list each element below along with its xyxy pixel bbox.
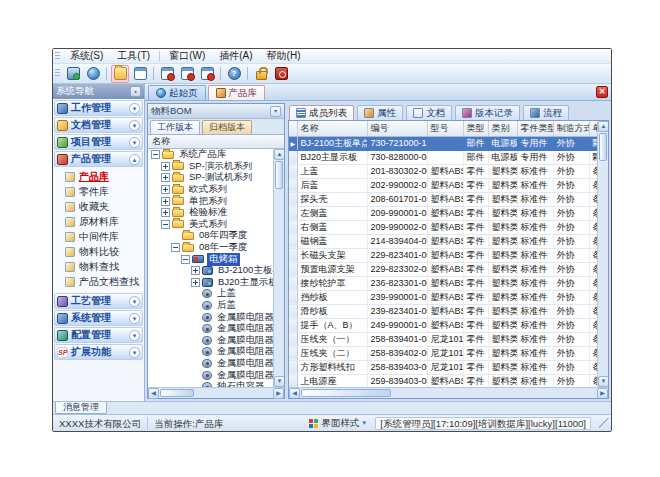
bom-panel-pin-button[interactable]: ▾ [270, 106, 281, 117]
menu-item-0[interactable]: 系统(S) [63, 49, 110, 63]
table-row[interactable]: 滑纱板239-823401-00X塑料ABS零件塑料类标准件外协条 [289, 304, 597, 318]
column-header-编号[interactable]: 编号 [367, 121, 427, 136]
tree-horizontal-scrollbar[interactable]: ◀ ▶ [148, 387, 284, 398]
table-vscroll-thumb[interactable] [599, 133, 607, 161]
table-row[interactable]: 压线夹（一）258-839401-00X尼龙1010零件塑料类标准件外协条 [289, 332, 597, 346]
collapse-icon[interactable] [181, 255, 190, 264]
column-header-类型[interactable]: 类型 [463, 121, 488, 136]
scroll-left-icon[interactable]: ◀ [148, 388, 159, 399]
table-row[interactable]: 方形塑料线扣258-839403-00X尼龙1010零件塑料类标准件外协条 [289, 360, 597, 374]
tree-node-1[interactable]: SP-演示机系列 [148, 161, 284, 173]
column-header-名称[interactable]: 名称 [297, 121, 367, 136]
sidebar-group-5[interactable]: 系统管理▾ [54, 310, 143, 326]
table-row[interactable]: 预置电源支架229-823302-00X塑料ABS零件塑料类标准件外协条 [289, 262, 597, 276]
tab-流程[interactable]: 流程 [523, 105, 569, 120]
sidebar-group-1[interactable]: 文档管理▾ [54, 117, 143, 133]
table-row[interactable]: 上电源座259-839403-00X塑料ABS零件塑料类标准件外协条 [289, 374, 597, 387]
collapse-icon[interactable] [171, 243, 180, 252]
tree-node-20[interactable]: 独石电容器 [148, 381, 284, 387]
column-header-类别[interactable]: 类别 [488, 121, 517, 136]
version-tab-工作版本[interactable]: 工作版本 [150, 120, 200, 134]
collapse-icon[interactable] [161, 220, 170, 229]
table-row[interactable]: 长磁头支架229-823401-00X塑料ABS零件塑料类标准件外协条 [289, 248, 597, 262]
column-header-型号[interactable]: 型号 [427, 121, 463, 136]
sidebar-group-4[interactable]: 工艺管理▾ [54, 293, 143, 309]
tree-column-header[interactable]: 名称 [148, 135, 284, 149]
tree-node-12[interactable]: 上盖 [148, 288, 284, 300]
tree-node-6[interactable]: 美式系列 [148, 219, 284, 231]
scroll-up-icon[interactable]: ▲ [598, 121, 609, 132]
chevron-down-icon[interactable]: ▾ [129, 296, 140, 307]
sidebar-item-中间件库[interactable]: 中间件库 [53, 229, 144, 244]
version-tab-归档版本[interactable]: 归档版本 [202, 120, 252, 134]
expand-icon[interactable] [191, 266, 200, 275]
scroll-down-icon[interactable]: ▼ [274, 376, 284, 387]
table-row[interactable]: ▶BJ-2100主板单点730-721000-12X部件电源板专用件外协颗 [289, 136, 597, 150]
tree-node-2[interactable]: SP-测试机系列 [148, 172, 284, 184]
tree-node-3[interactable]: 欧式系列 [148, 184, 284, 196]
chevron-up-icon[interactable]: ▴ [129, 154, 140, 165]
chevron-down-icon[interactable]: ▾ [129, 347, 140, 358]
window-list-button[interactable] [131, 65, 149, 83]
tab-属性[interactable]: 属性 [357, 105, 403, 120]
column-header-制造方式[interactable]: 制造方式 [553, 121, 589, 136]
sidebar-item-物料查找[interactable]: 物料查找 [53, 259, 144, 274]
sidebar-item-收藏夹[interactable]: 收藏夹 [53, 199, 144, 214]
close-all-button[interactable] [178, 65, 196, 83]
scroll-down-icon[interactable]: ▼ [598, 376, 609, 387]
table-row[interactable]: 右侧盖209-990002-01X塑料ABS零件塑料类标准件外协条 [289, 220, 597, 234]
close-other-button[interactable] [198, 65, 216, 83]
table-horizontal-scrollbar[interactable]: ◀ ▶ [289, 387, 608, 398]
tree-node-14[interactable]: 金属膜电阻器 [148, 311, 284, 323]
menu-item-1[interactable]: 工具(T) [110, 49, 157, 63]
sidebar-item-原材料库[interactable]: 原材料库 [53, 214, 144, 229]
tree-node-13[interactable]: 后盖 [148, 300, 284, 312]
chevron-down-icon[interactable]: ▾ [129, 313, 140, 324]
expand-icon[interactable] [161, 208, 170, 217]
interface-style-button[interactable]: 界面样式 ▼ [305, 417, 371, 430]
tree-node-16[interactable]: 金属膜电阻器 [148, 335, 284, 347]
table-row[interactable]: 后盖202-990002-01X塑料ABS零件塑料类标准件外协条 [289, 178, 597, 192]
lock-button[interactable] [252, 65, 270, 83]
table-row[interactable]: 挡纱板239-990001-01X塑料ABS零件塑料类标准件外协条 [289, 290, 597, 304]
scroll-right-icon[interactable]: ▶ [597, 388, 608, 399]
table-vertical-scrollbar[interactable]: ▲ ▼ [597, 121, 608, 387]
tree-vertical-scrollbar[interactable]: ▲ ▼ [273, 149, 284, 387]
scroll-up-icon[interactable]: ▲ [274, 149, 284, 160]
column-header-单位[interactable]: 单位 [589, 121, 597, 136]
system-button[interactable] [64, 65, 82, 83]
sidebar-group-3[interactable]: 产品管理▴ [54, 151, 143, 167]
tree-node-9[interactable]: 电烤箱 [148, 253, 284, 265]
open-library-button[interactable] [111, 65, 129, 83]
scroll-right-icon[interactable]: ▶ [273, 388, 284, 399]
close-doc-button[interactable] [158, 65, 176, 83]
doc-tab-起始页[interactable]: 起始页 [148, 85, 206, 100]
exit-button[interactable] [272, 65, 290, 83]
table-row[interactable]: 压线夹（二）258-839402-00X尼龙1010零件塑料类标准件外协条 [289, 346, 597, 360]
table-row[interactable]: BJ20主显示板730-828000-04X部件电源板专用件外协颗 [289, 150, 597, 164]
tree-node-18[interactable]: 金属膜电阻器 [148, 358, 284, 370]
expand-icon[interactable] [161, 185, 170, 194]
globe-button[interactable] [84, 65, 102, 83]
expand-icon[interactable] [161, 173, 170, 182]
tree-node-10[interactable]: BJ-2100主板单点 [148, 265, 284, 277]
sidebar-group-0[interactable]: 工作管理▾ [54, 100, 143, 116]
sidebar-group-6[interactable]: 配置管理▾ [54, 327, 143, 343]
tree-vscroll-thumb[interactable] [275, 161, 283, 189]
tree-hscroll-thumb[interactable] [160, 389, 194, 397]
doc-tab-产品库[interactable]: 产品库 [208, 85, 266, 100]
column-header-零件类型[interactable]: 零件类型 [517, 121, 553, 136]
menu-item-3[interactable]: 插件(A) [212, 49, 259, 63]
tree-node-5[interactable]: 检验标准 [148, 207, 284, 219]
table-row[interactable]: 提手（A、B）249-990001-01X塑料ABS零件塑料类标准件外协条 [289, 318, 597, 332]
chevron-down-icon[interactable]: ▾ [129, 120, 140, 131]
tab-成员列表[interactable]: 成员列表 [289, 105, 354, 120]
tree-node-17[interactable]: 金属膜电阻器 [148, 346, 284, 358]
menu-item-2[interactable]: 窗口(W) [162, 49, 212, 63]
sidebar-item-物料比较[interactable]: 物料比较 [53, 244, 144, 259]
tab-版本记录[interactable]: 版本记录 [455, 105, 520, 120]
resize-grip[interactable] [599, 418, 609, 428]
table-hscroll-thumb[interactable] [301, 389, 391, 397]
sidebar-item-产品文档查找[interactable]: 产品文档查找 [53, 274, 144, 289]
sidebar-group-7[interactable]: SP扩展功能▾ [54, 344, 143, 360]
